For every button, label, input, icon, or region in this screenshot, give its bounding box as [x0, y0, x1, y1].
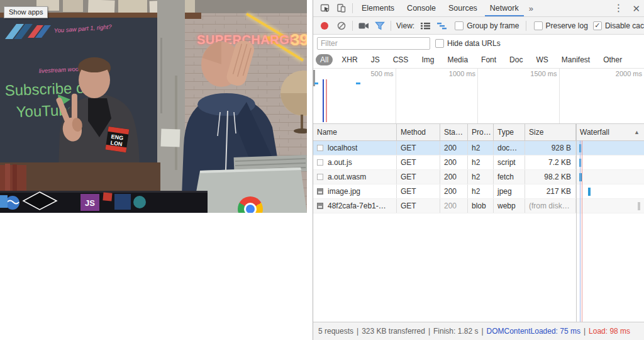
timeline-tick: 2000 ms [560, 69, 644, 123]
hide-data-urls-label: Hide data URLs [447, 39, 501, 48]
list-view-icon[interactable] [417, 18, 433, 33]
table-row[interactable]: a.out.js GET 200 h2 script 7.2 KB [313, 156, 644, 170]
shelf [0, 162, 160, 194]
studio-photo: You saw part 1, right? livestream woo Su… [0, 0, 307, 213]
table-header: Name Method Sta… Pro… Type Size Waterfal… [313, 124, 644, 141]
document-icon [317, 145, 323, 151]
timeline-tick: 1500 ms [478, 69, 560, 123]
devtools-panel: Elements Console Sources Network » ⋮ ✕ V… [313, 0, 644, 340]
close-icon[interactable]: ✕ [628, 4, 644, 13]
divider [352, 3, 353, 13]
filter-type-font[interactable]: Font [477, 54, 501, 65]
column-header-name[interactable]: Name [313, 124, 397, 140]
table-row[interactable]: localhost GET 200 h2 doc… 928 B [313, 141, 644, 156]
js-sticker-text: JS [85, 198, 95, 208]
view-label: View: [396, 21, 414, 30]
dcl-event-line [580, 140, 580, 322]
transferred-size: 323 KB transferred [362, 327, 425, 336]
column-header-waterfall[interactable]: Waterfall ▲ [576, 124, 644, 140]
table-row[interactable]: image.jpg GET 200 h2 jpeg 217 KB [313, 184, 644, 199]
disable-cache-checkbox[interactable]: ✓ [593, 21, 602, 30]
timeline-tick: 1000 ms [396, 69, 479, 123]
timeline-request-mark [356, 82, 360, 84]
waterfall-bar [638, 202, 640, 210]
tab-console[interactable]: Console [401, 0, 442, 16]
tab-sources[interactable]: Sources [442, 0, 484, 16]
tab-overflow-icon[interactable]: » [525, 4, 537, 13]
divider [526, 21, 526, 31]
document-icon [317, 174, 323, 180]
device-toolbar-button[interactable] [333, 1, 350, 16]
filter-funnel-icon[interactable] [372, 18, 388, 33]
preserve-log-label: Preserve log [546, 21, 588, 30]
dcl-time: DOMContentLoaded: 75 ms [487, 327, 580, 336]
more-options-icon[interactable]: ⋮ [609, 3, 628, 13]
requests-count: 5 requests [318, 327, 353, 336]
image-icon [317, 203, 323, 209]
timeline-overview[interactable]: 500 ms 1000 ms 1500 ms 2000 ms [313, 69, 644, 124]
waterfall-column-divider[interactable] [576, 124, 577, 322]
column-header-status[interactable]: Sta… [440, 124, 468, 140]
waterfall-label: Waterfall [580, 128, 609, 137]
filter-type-doc[interactable]: Doc [505, 54, 527, 65]
finish-time: Finish: 1.82 s [433, 327, 478, 336]
tab-elements[interactable]: Elements [355, 0, 401, 16]
column-header-protocol[interactable]: Pro… [468, 124, 494, 140]
resource-type-filters: All XHR JS CSS Img Media Font Doc WS Man… [313, 52, 644, 69]
disable-cache-label: Disable cache [605, 21, 644, 30]
show-apps-tooltip: Show apps [4, 6, 48, 18]
status-bar: 5 requests | 323 KB transferred | Finish… [313, 322, 644, 340]
tab-network[interactable]: Network [484, 0, 525, 16]
preserve-log-checkbox[interactable] [534, 21, 543, 30]
requests-table: Name Method Sta… Pro… Type Size Waterfal… [313, 124, 644, 322]
filter-type-css[interactable]: CSS [389, 54, 413, 65]
filter-type-img[interactable]: Img [417, 54, 438, 65]
timeline-dcl-line [323, 79, 324, 122]
inspect-element-button[interactable] [317, 1, 333, 16]
timeline-request-mark [314, 82, 318, 84]
filter-input[interactable] [317, 37, 430, 50]
table-row[interactable]: a.out.wasm GET 200 h2 fetch 98.2 KB [313, 170, 644, 184]
column-header-type[interactable]: Type [494, 124, 525, 140]
studio-photo-scene: You saw part 1, right? livestream woo Su… [0, 0, 307, 213]
filter-type-media[interactable]: Media [443, 54, 472, 65]
record-button[interactable] [321, 22, 328, 30]
group-by-frame-label: Group by frame [467, 21, 519, 30]
network-toolbar: View: Group by frame Preserve log ✓ Disa… [313, 17, 644, 35]
column-header-size[interactable]: Size [525, 124, 576, 140]
clear-icon[interactable] [333, 18, 350, 33]
image-icon [317, 188, 323, 195]
load-event-line [582, 140, 582, 322]
screenshot-camera-icon[interactable] [355, 18, 372, 33]
divider [391, 21, 391, 31]
jacket-patch: ENG LON [106, 127, 130, 152]
filter-type-other[interactable]: Other [599, 54, 626, 65]
filter-type-ws[interactable]: WS [531, 54, 552, 65]
filter-row: Hide data URLs [313, 35, 644, 52]
filter-type-manifest[interactable]: Manifest [557, 54, 594, 65]
hide-data-urls-checkbox[interactable] [435, 39, 444, 48]
column-header-method[interactable]: Method [397, 124, 440, 140]
load-time: Load: 98 ms [589, 327, 630, 336]
filter-type-js[interactable]: JS [367, 54, 384, 65]
waterfall-bar [588, 188, 591, 196]
sticker-laptops: JS [0, 191, 208, 213]
timeline-load-line [326, 79, 327, 122]
table-row[interactable]: 48f2cafa-7eb1-… GET 200 blob webp (from … [313, 199, 644, 213]
group-by-frame-checkbox[interactable] [455, 21, 464, 30]
sort-ascending-icon: ▲ [634, 129, 640, 135]
document-icon [317, 159, 323, 166]
neon-number: 39 [291, 30, 307, 49]
concrete-pillar [157, 0, 185, 192]
divider [352, 21, 353, 31]
devtools-tabbar: Elements Console Sources Network » ⋮ ✕ [313, 0, 644, 17]
filter-type-xhr[interactable]: XHR [337, 54, 362, 65]
waterfall-view-icon[interactable] [433, 18, 450, 33]
filter-type-all[interactable]: All [316, 54, 333, 65]
